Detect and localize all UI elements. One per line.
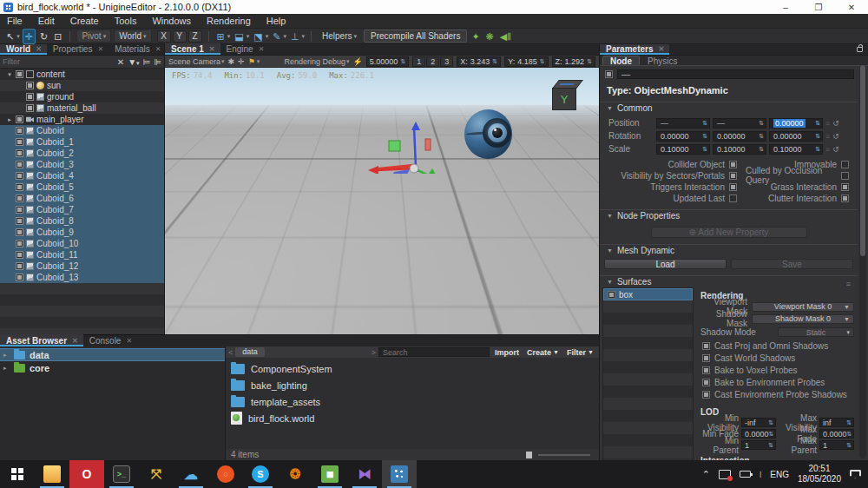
- axis-toggle-button[interactable]: Y: [173, 30, 187, 43]
- taskbar-sharex[interactable]: ▦: [312, 460, 347, 488]
- drop-to-ground-dropdown-icon[interactable]: ▾: [302, 33, 306, 40]
- collapse-all-icon[interactable]: ⊨: [143, 57, 151, 67]
- tree-row[interactable]: Cuboid_11: [0, 249, 164, 260]
- start-button[interactable]: [0, 460, 35, 488]
- asset-folder-row[interactable]: ▸ core: [0, 361, 225, 374]
- flag-checkbox[interactable]: [841, 183, 849, 191]
- viewport-mask-dropdown[interactable]: Viewport Mask 0▼: [752, 302, 854, 312]
- snap-grid-icon[interactable]: ⊞: [215, 30, 227, 43]
- scrollbar-thumb[interactable]: [860, 65, 865, 256]
- speed-preset-button[interactable]: 2: [426, 56, 439, 67]
- lod-max-field[interactable]: 0.0000⇅: [819, 429, 854, 439]
- tree-row[interactable]: Cuboid_3: [0, 159, 164, 170]
- tree-row[interactable]: material_ball: [0, 102, 164, 114]
- node-enabled-checkbox[interactable]: [26, 82, 34, 89]
- select-tool-icon[interactable]: ↖: [4, 30, 16, 43]
- breadcrumb[interactable]: data: [235, 347, 265, 357]
- tree-row[interactable]: ▾ content: [0, 69, 164, 80]
- axis-toggle-button[interactable]: Z: [188, 30, 202, 43]
- expander-icon[interactable]: ▸: [3, 352, 10, 359]
- snap-pivot-icon[interactable]: ✎: [271, 30, 282, 43]
- flag-checkbox[interactable]: [729, 161, 737, 168]
- flag-checkbox[interactable]: [841, 195, 849, 202]
- taskbar-terminal[interactable]: >_: [104, 460, 139, 488]
- rendering-flag-checkbox[interactable]: [702, 366, 710, 374]
- menu-item[interactable]: Help: [266, 16, 286, 26]
- flag-checkbox[interactable]: [841, 172, 849, 180]
- pivot-dropdown[interactable]: Pivot▾: [76, 30, 111, 43]
- tree-row[interactable]: Cuboid_4: [0, 170, 164, 181]
- tab-close-icon[interactable]: ✕: [155, 45, 161, 53]
- reset-icon[interactable]: ↺: [832, 145, 839, 154]
- wifi-icon[interactable]: ⧙: [760, 469, 761, 480]
- battery-icon[interactable]: [740, 471, 751, 478]
- common-section-header[interactable]: ▼Common: [600, 102, 858, 114]
- rotate-tool-icon[interactable]: ↻: [38, 30, 49, 43]
- shadow-mode-dropdown[interactable]: Static▾: [778, 327, 854, 337]
- viewport-tab[interactable]: Scene 1✕: [165, 43, 220, 55]
- taskbar-blender[interactable]: ❂: [278, 460, 312, 488]
- node-properties-section-header[interactable]: ▼Node Properties: [600, 209, 858, 221]
- snap-surface-dropdown-icon[interactable]: ▾: [247, 33, 250, 40]
- flag-checkbox[interactable]: [729, 183, 737, 191]
- node-enabled-checkbox[interactable]: [16, 138, 23, 146]
- node-enabled-checkbox[interactable]: [26, 104, 34, 112]
- tree-row[interactable]: Cuboid_5: [0, 181, 164, 193]
- play-runtime-icon[interactable]: ✦: [470, 30, 481, 43]
- camera-bookmark-icon[interactable]: ⚑: [248, 57, 255, 66]
- create-dropdown[interactable]: Create▼: [524, 348, 562, 357]
- node-enabled-checkbox[interactable]: [26, 93, 34, 101]
- tree-row[interactable]: sun: [0, 80, 164, 91]
- value-field-z[interactable]: 0.00000⇅: [769, 118, 823, 129]
- save-button[interactable]: Save: [731, 259, 853, 269]
- node-enabled-checkbox[interactable]: [16, 240, 23, 247]
- drop-to-ground-icon[interactable]: ⊥: [289, 30, 301, 43]
- taskbar-visual-studio[interactable]: ⧓: [347, 460, 382, 488]
- parameters-subtab[interactable]: Physics: [640, 56, 685, 65]
- tree-row[interactable]: Cuboid_7: [0, 204, 164, 215]
- cuboid-object[interactable]: [453, 254, 470, 266]
- minimize-button[interactable]: –: [769, 0, 802, 14]
- scale-tool-icon[interactable]: ⊡: [52, 30, 63, 43]
- taskbar-cloud-app[interactable]: ☁: [174, 460, 208, 488]
- link-values-icon[interactable]: ≡: [825, 119, 830, 128]
- add-property-button[interactable]: ⊕ Add New Property: [651, 227, 807, 238]
- snap-node-dropdown-icon[interactable]: ▾: [266, 33, 269, 40]
- value-field-x[interactable]: —⇅: [656, 118, 710, 129]
- menu-item[interactable]: Rendering: [207, 16, 251, 26]
- camera-settings-gear-icon[interactable]: ✱: [228, 57, 235, 66]
- camera-bookmark-dropdown-icon[interactable]: ▾: [257, 58, 260, 65]
- surface-item[interactable]: box: [603, 288, 693, 300]
- camera-speed-icon[interactable]: ⚡: [353, 57, 363, 66]
- expander-icon[interactable]: ▸: [3, 365, 10, 372]
- taskbar-explorer[interactable]: [35, 460, 69, 488]
- value-field-z[interactable]: 0.10000⇅: [769, 144, 823, 155]
- camera-dropdown[interactable]: Scene Camera▾: [168, 57, 225, 66]
- flag-checkbox[interactable]: [729, 195, 737, 202]
- cuboid-object[interactable]: [402, 209, 415, 219]
- node-enabled-checkbox[interactable]: [16, 149, 23, 157]
- search-input[interactable]: [378, 347, 490, 357]
- value-field-x[interactable]: 0.10000⇅: [656, 144, 710, 155]
- viewport-tab[interactable]: Engine✕: [220, 43, 270, 55]
- rendering-flag-checkbox[interactable]: [702, 391, 710, 399]
- tree-row[interactable]: Cuboid_13: [0, 272, 164, 283]
- tab-close-icon[interactable]: ✕: [126, 337, 132, 345]
- asset-folder-row[interactable]: ▸ data: [0, 348, 225, 361]
- node-enabled-checkbox[interactable]: [16, 183, 23, 191]
- clear-filter-icon[interactable]: ✕: [117, 57, 124, 67]
- camera-y-field[interactable]: Y:4.185⇅: [504, 56, 548, 67]
- tab-close-icon[interactable]: ✕: [259, 45, 265, 53]
- notification-center-icon[interactable]: [850, 470, 861, 479]
- node-enabled-checkbox[interactable]: [16, 195, 23, 202]
- link-values-icon[interactable]: ≡: [825, 145, 830, 154]
- link-values-icon[interactable]: ≡: [825, 132, 830, 141]
- lod-min-field[interactable]: 1⇅: [741, 440, 776, 450]
- select-tool-dropdown-icon[interactable]: ▾: [16, 33, 20, 40]
- snap-pivot-dropdown-icon[interactable]: ▾: [283, 33, 286, 40]
- panel-tab[interactable]: Properties✕: [47, 44, 108, 55]
- tab-close-icon[interactable]: ✕: [72, 337, 78, 345]
- lock-icon[interactable]: [857, 47, 863, 52]
- shadow-mask-dropdown[interactable]: Shadow Mask 0▼: [752, 314, 854, 324]
- node-enabled-checkbox[interactable]: [16, 172, 23, 180]
